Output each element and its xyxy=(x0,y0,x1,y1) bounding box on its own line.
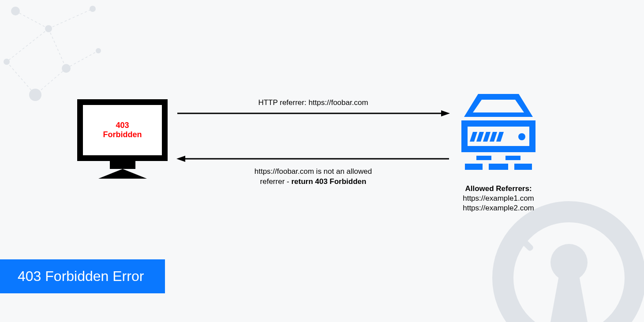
http-status-code: 403 xyxy=(116,121,129,130)
bg-network-decoration xyxy=(0,0,115,115)
svg-line-3 xyxy=(7,29,49,62)
request-arrow-group: HTTP referrer: https://foobar.com xyxy=(176,98,450,120)
svg-rect-30 xyxy=(476,156,491,160)
svg-rect-28 xyxy=(496,132,504,142)
svg-rect-31 xyxy=(505,156,520,160)
svg-rect-27 xyxy=(490,132,497,142)
allowed-referrer-2: https://example2.com xyxy=(459,203,538,213)
svg-point-15 xyxy=(550,244,588,281)
title-banner: 403 Forbidden Error xyxy=(0,259,165,293)
monitor-stand-neck xyxy=(110,161,135,169)
server-icon xyxy=(459,94,538,178)
svg-line-1 xyxy=(49,9,93,29)
response-line1: https://foobar.com is not an allowed xyxy=(255,167,372,176)
svg-point-12 xyxy=(29,89,41,101)
svg-point-10 xyxy=(62,64,71,73)
svg-point-13 xyxy=(96,48,101,53)
svg-point-29 xyxy=(518,133,525,140)
allowed-referrers-header: Allowed Referrers: xyxy=(459,184,538,194)
svg-rect-17 xyxy=(520,238,534,252)
svg-point-9 xyxy=(90,6,96,12)
svg-rect-26 xyxy=(483,132,490,142)
svg-line-6 xyxy=(66,51,98,68)
svg-point-11 xyxy=(4,59,10,65)
svg-rect-24 xyxy=(470,132,477,142)
client-monitor: 403 Forbidden xyxy=(77,99,168,179)
http-status-text: Forbidden xyxy=(103,130,142,139)
response-arrow-group: https://foobar.com is not an allowed ref… xyxy=(176,154,450,187)
svg-rect-19 xyxy=(613,233,626,247)
svg-point-14 xyxy=(503,212,635,322)
server-allowlist: Allowed Referrers: https://example1.com … xyxy=(459,184,538,213)
svg-point-8 xyxy=(45,25,52,32)
svg-line-4 xyxy=(7,62,35,95)
svg-point-16 xyxy=(513,228,529,243)
svg-line-0 xyxy=(15,11,49,29)
svg-rect-25 xyxy=(476,132,484,142)
monitor-screen: 403 Forbidden xyxy=(83,105,162,155)
svg-rect-33 xyxy=(489,164,508,170)
svg-line-5 xyxy=(35,68,66,95)
svg-rect-34 xyxy=(514,164,532,170)
svg-marker-23 xyxy=(176,156,185,162)
server: Allowed Referrers: https://example1.com … xyxy=(459,94,538,213)
svg-rect-32 xyxy=(465,164,483,170)
response-line2-strong: return 403 Forbidden xyxy=(291,177,366,186)
svg-line-2 xyxy=(49,29,66,68)
allowed-referrer-1: https://example1.com xyxy=(459,194,538,203)
monitor-stand-base xyxy=(98,169,147,179)
svg-point-7 xyxy=(11,7,20,15)
request-label: HTTP referrer: https://foobar.com xyxy=(176,98,450,107)
arrow-left-icon xyxy=(176,154,450,163)
response-line2-prefix: referrer - xyxy=(260,177,292,186)
arrow-right-icon xyxy=(176,109,450,118)
svg-marker-21 xyxy=(441,110,450,116)
monitor-frame: 403 Forbidden xyxy=(77,99,168,161)
svg-point-18 xyxy=(610,226,625,242)
response-label: https://foobar.com is not an allowed ref… xyxy=(176,167,450,187)
